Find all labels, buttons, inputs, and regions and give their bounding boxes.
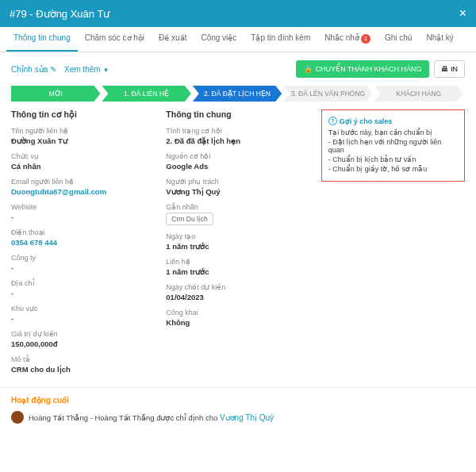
close-icon[interactable]: × [459, 6, 466, 21]
edit-link[interactable]: Chỉnh sửa ✎ [11, 65, 56, 74]
field-label: Người phụ trách [166, 178, 309, 186]
toolbar: Chỉnh sửa ✎ Xem thêm ▼ CHUYỂN THÀNH KHÁC… [0, 52, 476, 86]
stage-1[interactable]: 1. ĐÃ LIÊN HỆ [102, 86, 190, 102]
col-sales-tips: ?Gợi ý cho sales Tại bước này, bạn cần c… [321, 109, 465, 381]
tab-4[interactable]: Tập tin đính kèm [244, 27, 317, 52]
col2-title: Thông tin chung [166, 109, 309, 119]
tag[interactable]: Crm Du lịch [166, 213, 213, 225]
field-value: Vương Thị Quý [166, 187, 309, 196]
field: Chức vụCá nhân [11, 152, 155, 171]
field-value: - [11, 289, 155, 297]
field-label: Giá trị dự kiến [11, 330, 155, 338]
stage-0[interactable]: MỚI [11, 86, 100, 102]
field-label: Điện thoại [11, 228, 155, 236]
stage-bar: MỚI1. ĐÃ LIÊN HỆ2. ĐÃ ĐẶT LỊCH HẸN3. ĐÃ … [0, 86, 476, 109]
field-label: Chức vụ [11, 152, 155, 160]
field-label: Tình trạng cơ hội [166, 127, 309, 135]
field: Địa chỉ- [11, 279, 155, 297]
field-value: - [11, 213, 155, 221]
field-label: Ngày tạo [166, 232, 309, 240]
field-label: Khu vực [11, 305, 155, 313]
field: Email người liên hệDuongtubta67@gmail.co… [11, 178, 155, 196]
col-opportunity: Thông tin cơ hội Tên người liên hệĐường … [11, 109, 155, 381]
field: Website- [11, 203, 155, 221]
chevron-down-icon: ▼ [102, 67, 109, 74]
activity-text: Hoàng Tất Thắng - Hoàng Tất Thắng được c… [29, 413, 220, 422]
field-value: 2. Đã đã đặt lịch hẹn [166, 136, 309, 145]
field-label: Công ty [11, 254, 155, 262]
field: Liên hệ1 năm trước [166, 258, 309, 276]
activity-title: Hoạt động cuối [11, 396, 465, 405]
badge: 1 [361, 34, 370, 44]
field: Tình trạng cơ hội2. Đã đã đặt lịch hẹn [166, 127, 309, 145]
lock-icon [304, 65, 313, 73]
activity-assignee[interactable]: Vương Thị Quý [220, 413, 274, 422]
tab-3[interactable]: Công việc [194, 27, 244, 52]
tab-7[interactable]: Nhật ký [419, 27, 460, 52]
field: Điện thoại0354 678 444 [11, 228, 155, 247]
modal-header: #79 - Đường Xuân Tư × [0, 0, 476, 27]
sales-tip-line: Tại bước này, bạn cần chuẩn bị [328, 129, 458, 136]
field-label: Công khai [166, 309, 309, 317]
tab-1[interactable]: Chăm sóc cơ hội [78, 27, 152, 52]
avatar [11, 411, 24, 424]
stage-4[interactable]: KHÁCH HÀNG [374, 86, 463, 102]
field: Khu vực- [11, 305, 155, 323]
convert-customer-button[interactable]: CHUYỂN THÀNH KHÁCH HÀNG [296, 60, 430, 78]
tab-0[interactable]: Thông tin chung [6, 27, 78, 52]
sales-tip-line: - Chuẩn bị kịch bản tư vấn [328, 155, 458, 163]
tab-6[interactable]: Ghi chú [378, 27, 419, 52]
print-button[interactable]: 🖶 IN [434, 60, 465, 78]
field-value: - [11, 314, 155, 323]
field: Tên người liên hệĐường Xuân Tư [11, 127, 155, 145]
content-columns: Thông tin cơ hội Tên người liên hệĐường … [0, 109, 476, 381]
tab-2[interactable]: Đề xuất [152, 27, 194, 52]
sales-tips-title: ?Gợi ý cho sales [328, 117, 458, 125]
stage-2[interactable]: 2. ĐÃ ĐẶT LỊCH HẸN [193, 86, 282, 102]
field-label: Liên hệ [166, 258, 309, 266]
field-label: Tên người liên hệ [11, 127, 155, 135]
field-value: Không [166, 318, 309, 327]
more-dropdown[interactable]: Xem thêm ▼ [64, 65, 109, 74]
field-value: 1 năm trước [166, 242, 309, 251]
field-label: Email người liên hệ [11, 178, 155, 186]
field-value: 1 năm trước [166, 267, 309, 276]
field-value: Đường Xuân Tư [11, 136, 155, 145]
help-icon: ? [328, 117, 337, 125]
field-value: Cá nhân [11, 162, 155, 171]
sales-tip-line: - Chuẩn bị giấy tờ, hồ sơ mẫu [328, 165, 458, 173]
field-label: Gắn nhãn [166, 203, 309, 211]
field: Nguồn cơ hộiGoogle Ads [166, 152, 309, 171]
field: Mô tảCRM cho du lịch [11, 355, 155, 374]
modal-title: #79 - Đường Xuân Tư [10, 8, 109, 20]
tab-bar: Thông tin chungChăm sóc cơ hộiĐề xuấtCôn… [0, 27, 476, 52]
field-value: Google Ads [166, 162, 309, 171]
field-value: CRM cho du lịch [11, 365, 155, 374]
col1-title: Thông tin cơ hội [11, 109, 155, 119]
col-general: Thông tin chung Tình trạng cơ hội2. Đã đ… [166, 109, 309, 381]
field: Ngày chốt dự kiến01/04/2023 [166, 283, 309, 301]
field-label: Ngày chốt dự kiến [166, 283, 309, 291]
field-value: 01/04/2023 [166, 293, 309, 301]
field: Công khaiKhông [166, 309, 309, 327]
field: Giá trị dự kiến150,000,000đ [11, 330, 155, 348]
field-value: 150,000,000đ [11, 340, 155, 348]
sales-tips-box: ?Gợi ý cho sales Tại bước này, bạn cần c… [321, 109, 465, 182]
stage-3[interactable]: 3. ĐÃ LÊN VĂN PHÒNG [283, 86, 372, 102]
field: Gắn nhãnCrm Du lịch [166, 203, 309, 225]
field: Công ty- [11, 254, 155, 272]
sales-tip-line: - Đặt lịch hẹn với những người liên quan [328, 138, 458, 154]
tab-5[interactable]: Nhắc nhở1 [317, 27, 378, 52]
activity-row: Hoàng Tất Thắng - Hoàng Tất Thắng được c… [11, 411, 465, 424]
field-value[interactable]: Duongtubta67@gmail.com [11, 187, 155, 196]
field-label: Mô tả [11, 355, 155, 363]
field: Ngày tạo1 năm trước [166, 232, 309, 251]
last-activity: Hoạt động cuối Hoàng Tất Thắng - Hoàng T… [0, 387, 476, 432]
pencil-icon: ✎ [50, 65, 56, 74]
field-label: Website [11, 203, 155, 211]
field-value: - [11, 263, 155, 272]
field-label: Nguồn cơ hội [166, 152, 309, 160]
field: Người phụ tráchVương Thị Quý [166, 178, 309, 196]
field-label: Địa chỉ [11, 279, 155, 287]
field-value[interactable]: 0354 678 444 [11, 238, 155, 247]
